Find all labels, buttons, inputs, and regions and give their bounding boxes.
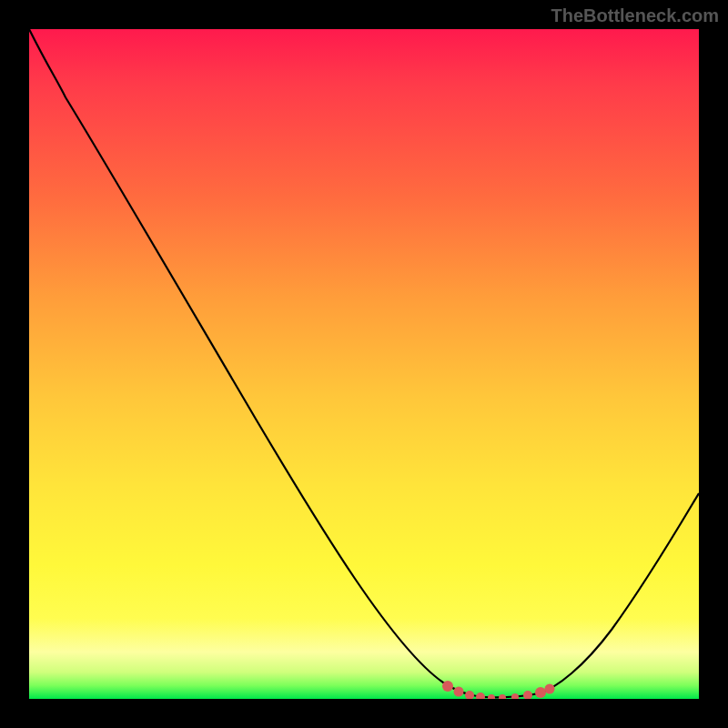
optimal-dots-container [29, 29, 699, 699]
optimal-dot [545, 684, 555, 694]
optimal-dot [511, 693, 519, 699]
optimal-dot [442, 681, 453, 692]
optimal-dot [499, 694, 506, 699]
optimal-dot [476, 693, 485, 699]
watermark-text: TheBottleneck.com [551, 5, 719, 26]
optimal-dot [488, 694, 495, 699]
plot-area [29, 29, 699, 699]
optimal-dot [454, 687, 464, 697]
optimal-dot [465, 691, 474, 699]
optimal-dot [523, 691, 532, 699]
